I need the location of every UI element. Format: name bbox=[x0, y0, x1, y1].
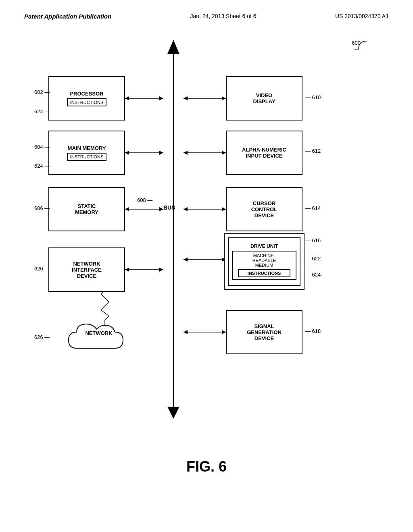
main-memory-box: MAIN MEMORY INSTRUCTIONS bbox=[48, 131, 125, 175]
svg-marker-2 bbox=[167, 407, 179, 419]
signal-generation-box: SIGNALGENERATIONDEVICE bbox=[226, 310, 302, 354]
ref-612: — 612 bbox=[305, 148, 321, 154]
ref-610: — 610 bbox=[305, 94, 321, 100]
svg-line-31 bbox=[101, 294, 109, 302]
network-interface-label: NETWORKINTERFACEDEVICE bbox=[72, 261, 102, 279]
processor-label: PROCESSOR bbox=[70, 91, 103, 97]
svg-marker-19 bbox=[184, 207, 188, 211]
svg-marker-20 bbox=[222, 207, 226, 211]
svg-marker-13 bbox=[184, 151, 188, 155]
video-display-box: VIDEODISPLAY bbox=[226, 76, 302, 121]
figure-caption: FIG. 6 bbox=[0, 458, 413, 475]
patent-number-label: US 2013/0024370 A1 bbox=[335, 13, 389, 19]
bus-label: BUS bbox=[163, 204, 175, 211]
processor-box: PROCESSOR INSTRUCTIONS bbox=[48, 76, 125, 121]
ref-624a: 624 — bbox=[34, 108, 50, 114]
svg-line-32 bbox=[101, 302, 109, 310]
main-memory-instructions-box: INSTRUCTIONS bbox=[67, 153, 107, 161]
ref-614: — 614 bbox=[305, 205, 321, 211]
svg-marker-29 bbox=[222, 330, 226, 334]
svg-marker-5 bbox=[125, 96, 129, 100]
ref-608: 608 — bbox=[137, 197, 152, 203]
svg-marker-25 bbox=[184, 258, 188, 262]
network-interface-box: NETWORKINTERFACEDEVICE bbox=[48, 247, 125, 292]
svg-marker-14 bbox=[222, 151, 226, 155]
cursor-control-box: CURSORCONTROLDEVICE bbox=[226, 187, 302, 231]
svg-marker-28 bbox=[184, 330, 188, 334]
cursor-control-label: CURSORCONTROLDEVICE bbox=[251, 200, 277, 218]
svg-marker-10 bbox=[159, 151, 163, 155]
video-display-label: VIDEODISPLAY bbox=[253, 92, 275, 104]
network-cloud: NETWORK bbox=[65, 318, 133, 358]
ref-602: 602 — bbox=[34, 89, 50, 95]
svg-line-33 bbox=[101, 310, 109, 316]
network-label: NETWORK bbox=[65, 330, 133, 336]
static-memory-label: STATICMEMORY bbox=[75, 203, 98, 215]
date-sheet-label: Jan. 24, 2013 Sheet 6 of 6 bbox=[190, 13, 256, 19]
svg-marker-8 bbox=[222, 96, 226, 100]
ref-620: 620 — bbox=[34, 266, 50, 272]
ref-606: 606 — bbox=[34, 205, 50, 211]
signal-generation-label: SIGNALGENERATIONDEVICE bbox=[247, 323, 282, 341]
svg-marker-23 bbox=[125, 268, 129, 272]
svg-marker-4 bbox=[159, 96, 163, 100]
publication-label: Patent Application Publication bbox=[24, 13, 111, 20]
ref-618: — 618 bbox=[305, 328, 321, 334]
ref-626: 626 — bbox=[34, 334, 50, 340]
ref-624b: 624 — bbox=[34, 163, 50, 169]
svg-marker-16 bbox=[159, 207, 163, 211]
ref-600-bracket bbox=[355, 39, 371, 51]
patent-diagram: 600 PROCESSOR INSTRUCTIONS 602 — 624 — V… bbox=[0, 28, 413, 483]
svg-marker-22 bbox=[159, 268, 163, 272]
ref-604: 604 — bbox=[34, 144, 50, 150]
ref-624c: — 624 bbox=[305, 272, 321, 278]
ref-616: — 616 bbox=[305, 237, 321, 243]
svg-marker-11 bbox=[125, 151, 129, 155]
svg-marker-17 bbox=[125, 207, 129, 211]
alpha-numeric-box: ALPHA-NUMERICINPUT DEVICE bbox=[226, 131, 302, 175]
main-memory-label: MAIN MEMORY bbox=[68, 145, 106, 151]
ref-622: — 622 bbox=[305, 256, 321, 262]
svg-marker-7 bbox=[184, 96, 188, 100]
alpha-numeric-label: ALPHA-NUMERICINPUT DEVICE bbox=[242, 147, 286, 159]
processor-instructions-box: INSTRUCTIONS bbox=[67, 98, 107, 106]
drive-unit-outer-box: DRIVE UNIT MACHINE-READABLEMEDIUM INSTRU… bbox=[224, 233, 305, 290]
page-header: Patent Application Publication Jan. 24, … bbox=[0, 0, 413, 20]
static-memory-box: STATICMEMORY bbox=[48, 187, 125, 231]
svg-marker-1 bbox=[167, 40, 179, 54]
